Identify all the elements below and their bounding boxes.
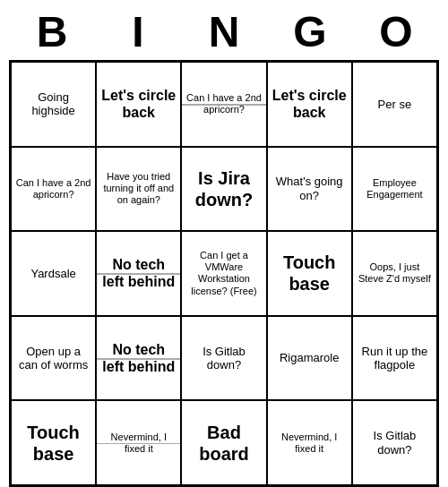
- bingo-cell-18: Rigamarole: [267, 316, 352, 401]
- bingo-cell-4: Per se: [352, 62, 437, 147]
- bingo-cell-24: Is Gitlab down?: [352, 400, 437, 485]
- bingo-cell-22: Bad board: [181, 400, 266, 485]
- bingo-cell-14: Oops, I just Steve Z'd myself: [352, 231, 437, 316]
- bingo-cell-1: Let's circle back: [96, 62, 181, 147]
- bingo-cell-9: Employee Engagement: [352, 147, 437, 232]
- bingo-cell-11: No tech left behind: [96, 231, 181, 316]
- bingo-title: BINGO: [9, 0, 439, 60]
- bingo-letter-g: G: [271, 7, 349, 56]
- bingo-cell-3: Let's circle back: [267, 62, 352, 147]
- bingo-grid: Going highsideLet's circle backCan I hav…: [9, 60, 439, 487]
- bingo-letter-i: I: [99, 7, 177, 56]
- bingo-cell-6: Have you tried turning it off and on aga…: [96, 147, 181, 232]
- bingo-cell-5: Can I have a 2nd apricorn?: [11, 147, 96, 232]
- bingo-cell-8: What's going on?: [267, 147, 352, 232]
- bingo-cell-12: Can I get a VMWare Workstation license? …: [181, 231, 266, 316]
- bingo-cell-21: Nevermind, I fixed it: [96, 400, 181, 485]
- bingo-cell-7: Is Jira down?: [181, 147, 266, 232]
- bingo-cell-19: Run it up the flagpole: [352, 316, 437, 401]
- bingo-cell-16: No tech left behind: [96, 316, 181, 401]
- bingo-cell-17: Is Gitlab down?: [181, 316, 266, 401]
- bingo-cell-10: Yardsale: [11, 231, 96, 316]
- bingo-letter-n: N: [185, 7, 263, 56]
- bingo-letter-o: O: [357, 7, 435, 56]
- bingo-cell-0: Going highside: [11, 62, 96, 147]
- bingo-cell-23: Nevermind, I fixed it: [267, 400, 352, 485]
- bingo-letter-b: B: [13, 7, 91, 56]
- bingo-cell-15: Open up a can of worms: [11, 316, 96, 401]
- bingo-cell-13: Touch base: [267, 231, 352, 316]
- bingo-cell-20: Touch base: [11, 400, 96, 485]
- bingo-cell-2: Can I have a 2nd apricorn?: [181, 62, 266, 147]
